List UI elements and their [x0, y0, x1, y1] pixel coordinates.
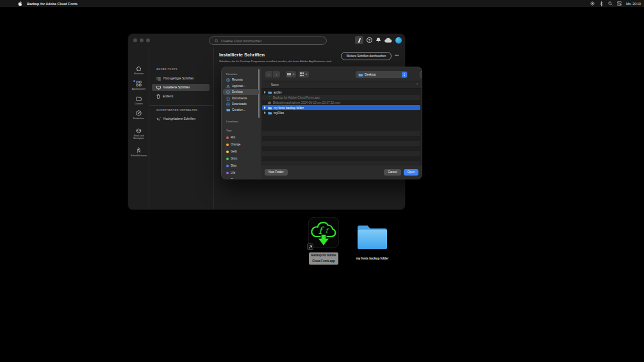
tag-color-dot: [226, 151, 229, 153]
menu-bar-clock[interactable]: Mo. 20:10: [626, 2, 641, 6]
sidebar-item-applications[interactable]: Applicati...: [223, 83, 259, 89]
tag-blue[interactable]: Blau: [223, 163, 259, 169]
open-file-dialog: Favorites Recents Applicati... Desktop D…: [221, 67, 422, 179]
sidebar-item-installed-fonts[interactable]: Installierte Schriften: [152, 84, 210, 91]
tag-gray[interactable]: Grau: [223, 177, 259, 179]
manage-fonts-section-title: SCHRIFTARTEN VERWALTEN: [156, 108, 197, 111]
sidebar-item-desktop[interactable]: Desktop: [223, 89, 259, 95]
apps-notification-badge: [133, 80, 135, 82]
minimize-button[interactable]: [140, 38, 144, 42]
sidebar-item-uploaded-fonts[interactable]: Hochgeladene Schriften: [152, 115, 210, 122]
file-row-selected[interactable]: my fonts backup folder: [262, 105, 420, 110]
cc-search-placeholder: Creative Cloud durchsuchen: [221, 39, 261, 43]
file-row[interactable]: Bildschirmaufnahme 2024-06-10 um 20.07.5…: [262, 100, 420, 105]
list-view-button[interactable]: [286, 71, 296, 78]
home-icon: [136, 66, 142, 71]
nav-home[interactable]: Startseite: [128, 66, 149, 75]
sort-direction-icon: ^: [417, 83, 422, 86]
empty-row-stripes: [262, 131, 420, 165]
icon-view-button[interactable]: [299, 71, 309, 78]
trash-icon: [156, 94, 160, 99]
desktop-app-icon-label[interactable]: Backup for Adobe Cloud Fonts.app: [309, 252, 338, 265]
nav-stock[interactable]: Stock und Marktplatz: [128, 128, 149, 140]
location-popup-value: Desktop: [365, 73, 376, 76]
menu-bar-app-name[interactable]: Backup for Adobe Cloud Fonts: [27, 2, 78, 6]
applications-icon: [226, 85, 230, 88]
desktop: Backup for Adobe Cloud Fonts Mo. 20:10: [0, 0, 644, 362]
document-icon: [226, 97, 230, 101]
search-icon: [215, 39, 219, 43]
cloud-sync-icon[interactable]: [384, 38, 392, 43]
folder-icon: [268, 106, 272, 110]
file-row[interactable]: Backup for Adobe Cloud Fonts.app: [262, 95, 420, 100]
tag-color-dot: [226, 172, 229, 174]
more-options-button[interactable]: •••: [395, 54, 399, 57]
nav-files[interactable]: Dateien: [128, 96, 149, 105]
spotlight-icon[interactable]: [608, 1, 613, 6]
dialog-sidebar: Favorites Recents Applicati... Desktop D…: [222, 67, 261, 179]
cc-search-bar[interactable]: Creative Cloud durchsuchen: [209, 37, 327, 45]
cancel-button[interactable]: Cancel: [384, 169, 400, 176]
uploaded-fonts-icon: [156, 117, 161, 121]
desktop-folder-icon[interactable]: [356, 223, 388, 251]
zoom-button[interactable]: [146, 38, 150, 42]
chevron-down-icon: [305, 74, 308, 75]
sidebar-item-documents[interactable]: Documents: [223, 95, 259, 101]
sidebar-item-added-fonts[interactable]: Hinzugefügte Schriften: [152, 75, 210, 82]
browse-more-fonts-button[interactable]: Weitere Schriften durchsuchen: [341, 52, 392, 60]
tag-green[interactable]: Grün: [223, 156, 259, 161]
app-icon: [268, 96, 271, 99]
nav-quick-actions[interactable]: Schnellaktionen: [128, 147, 149, 157]
account-avatar[interactable]: [395, 37, 402, 44]
disclosure-triangle-icon[interactable]: [264, 106, 266, 109]
folder-icon: [136, 96, 142, 101]
column-header-name[interactable]: Name ^: [261, 81, 422, 89]
bell-icon[interactable]: [376, 37, 381, 43]
help-icon[interactable]: ?: [367, 37, 372, 43]
bluetooth-icon[interactable]: [599, 1, 604, 6]
nav-discover[interactable]: Entdecken: [128, 110, 149, 120]
tag-yellow[interactable]: Gelb: [223, 149, 259, 154]
tags-section-title: Tags: [226, 129, 232, 132]
sidebar-item-removed[interactable]: Entfernt: [152, 93, 210, 100]
list-view-icon: [287, 73, 291, 76]
tag-red[interactable]: Rot: [223, 135, 259, 140]
tag-color-dot: [226, 179, 229, 180]
new-folder-button[interactable]: New Folder: [265, 169, 288, 176]
downloads-icon: [226, 103, 230, 106]
sidebar-item-recents[interactable]: Recents: [223, 77, 259, 83]
tag-color-dot: [226, 165, 229, 167]
apple-menu-icon[interactable]: [18, 1, 22, 6]
location-popup[interactable]: Desktop: [356, 71, 408, 78]
close-button[interactable]: [133, 38, 137, 42]
tag-purple[interactable]: Lila: [223, 170, 259, 176]
sidebar-divider: [150, 105, 213, 106]
menu-bar: Backup for Adobe Cloud Fonts Mo. 20:10: [0, 0, 644, 7]
forward-button[interactable]: ›: [273, 71, 280, 78]
file-row[interactable]: myFiles: [262, 110, 420, 115]
grid-view-icon: [300, 72, 304, 76]
sidebar-item-creative-cloud[interactable]: Creative...: [223, 107, 259, 113]
desktop-folder-icon-label[interactable]: my fonts backup folder: [353, 257, 392, 260]
cc-nav-rail: Startseite Applikationen Dateien Entdeck…: [128, 47, 149, 210]
dialog-search-field[interactable]: Search: [420, 71, 422, 78]
file-row[interactable]: archiv: [262, 90, 420, 95]
page-subtitle: Schriften, die für Desktop-Programme ins…: [219, 60, 332, 63]
disclosure-triangle-icon[interactable]: [264, 91, 266, 94]
disclosure-triangle-icon[interactable]: [264, 111, 266, 114]
page-title: Installierte Schriften: [219, 52, 265, 58]
tag-color-dot: [226, 136, 229, 139]
pencil-tool-icon[interactable]: [355, 36, 363, 44]
apps-grid-icon: [136, 81, 142, 86]
tag-orange[interactable]: Orange: [223, 142, 259, 147]
sidebar-item-downloads[interactable]: Downloads: [223, 101, 259, 107]
screen-mirroring-icon[interactable]: [590, 1, 595, 6]
compass-icon: [136, 110, 142, 116]
cc-titlebar: Creative Cloud durchsuchen ?: [128, 34, 405, 47]
installed-fonts-icon: [156, 86, 161, 90]
nav-apps[interactable]: Applikationen: [128, 81, 149, 90]
back-button[interactable]: ‹: [265, 71, 272, 78]
open-button[interactable]: Open: [404, 169, 418, 176]
control-center-icon[interactable]: [617, 1, 622, 6]
clock-icon: [226, 78, 230, 82]
